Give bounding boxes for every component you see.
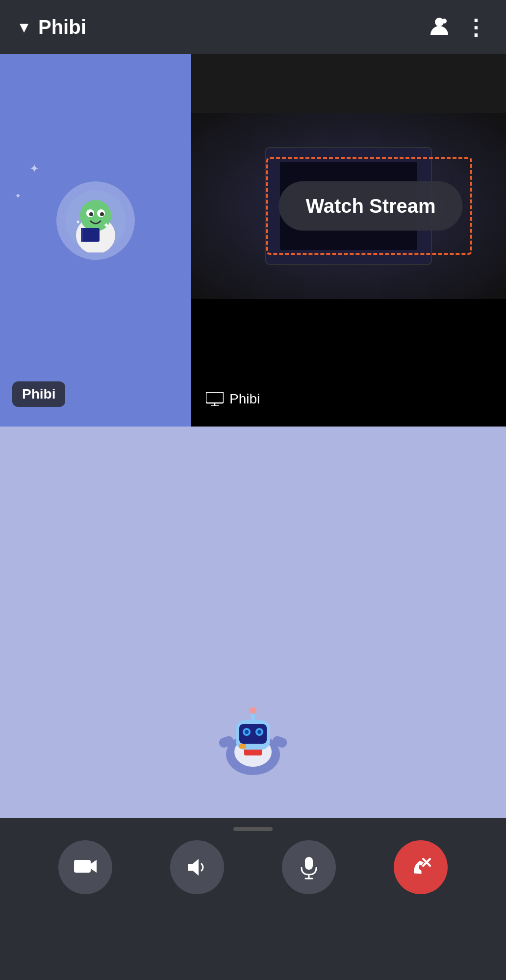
controls-bar [0,818,506,916]
header-left: ▾ Phibi [20,16,86,38]
black-bottom [191,299,506,407]
svg-point-1 [442,19,447,24]
watch-stream-button[interactable]: Watch Stream [278,181,462,231]
header-title: Phibi [38,16,86,38]
svg-point-8 [100,212,104,216]
mic-icon [297,855,321,879]
more-options-icon[interactable]: ⋮ [465,15,486,40]
svg-text:✦: ✦ [103,221,109,229]
person-icon[interactable] [429,15,450,39]
left-name-tag: Phibi [12,381,65,407]
monitor-icon [206,392,224,406]
robot-avatar [209,691,297,779]
svg-rect-9 [81,228,100,242]
chevron-down-icon[interactable]: ▾ [20,17,28,37]
speaker-icon [185,855,209,879]
svg-point-26 [250,707,256,714]
svg-text:✦: ✦ [76,219,80,226]
svg-marker-31 [91,860,97,873]
header-right: ⋮ [429,15,486,40]
camera-button[interactable] [58,840,112,894]
frog-avatar: ✦ ✦ [56,181,135,260]
svg-rect-18 [244,749,262,755]
svg-rect-10 [81,228,83,242]
drag-handle [233,827,273,831]
top-strip [191,54,506,113]
svg-rect-33 [305,857,313,870]
svg-marker-32 [188,859,199,876]
svg-point-7 [89,212,93,216]
video-tile-right: Watch Stream Phibi [191,54,506,427]
sparkle-decoration-2: ✦ [15,191,21,201]
stream-preview: Watch Stream [191,113,506,299]
camera-icon [73,855,98,879]
speaker-button[interactable] [170,840,224,894]
video-tile-left: ✦ ✦ ✦ ✦ Phibi [0,54,191,427]
video-grid: ✦ ✦ ✦ ✦ Phibi Watch Stream [0,54,506,427]
self-video-section [0,427,506,916]
svg-rect-29 [239,744,246,749]
app-header: ▾ Phibi ⋮ [0,0,506,54]
svg-rect-30 [74,860,91,873]
svg-point-24 [257,730,261,734]
end-call-icon [408,855,433,879]
svg-rect-13 [206,392,224,403]
svg-point-23 [245,730,249,734]
right-name-label: Phibi [229,391,260,407]
right-name-tag: Phibi [206,391,260,407]
mic-button[interactable] [282,840,336,894]
end-call-button[interactable] [394,840,448,894]
sparkle-decoration: ✦ [29,162,39,176]
